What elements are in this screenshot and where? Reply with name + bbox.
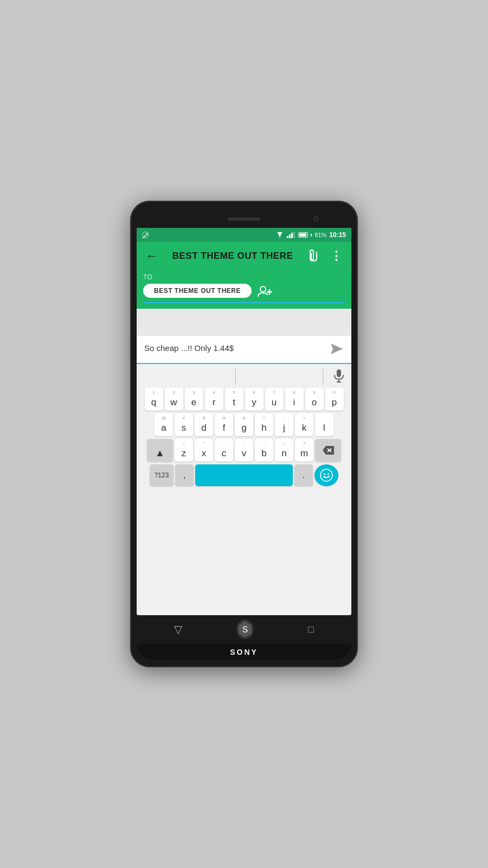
phone-top-bar [137, 210, 351, 228]
to-area: TO BEST THEME OUT THERE [137, 270, 351, 309]
add-contact-button[interactable] [257, 284, 272, 297]
num-sym-key[interactable]: ?123 [150, 464, 174, 486]
phone-screen: 81% 10:15 ← BEST THEME OUT THERE ⋮ TO BE… [137, 228, 351, 615]
svg-rect-2 [291, 233, 293, 238]
nav-bar: ▽ S □ [137, 615, 351, 643]
key-e[interactable]: 3e [185, 388, 203, 411]
to-underline [143, 302, 345, 303]
nav-recents-icon: □ [308, 624, 314, 635]
nav-back-icon: ▽ [174, 623, 182, 636]
key-y[interactable]: 6y [245, 388, 264, 411]
key-l[interactable]: -l [315, 413, 333, 436]
keyboard: 1q 2w 3e 4r 5t 6y 7u 8i 9o 0p @a #s $d %… [137, 364, 351, 615]
keyboard-row-1: 1q 2w 3e 4r 5t 6y 7u 8i 9o 0p [139, 388, 349, 411]
nav-home-button[interactable]: S [235, 620, 255, 639]
status-bar: 81% 10:15 [137, 228, 351, 242]
phone-device: 81% 10:15 ← BEST THEME OUT THERE ⋮ TO BE… [130, 201, 358, 667]
divider-left [235, 368, 236, 385]
svg-point-15 [324, 474, 325, 475]
keyboard-row-3: ▲ !z "x 'c :v ;b /n ?m [139, 439, 349, 462]
battery-percent: 81% [314, 232, 326, 238]
keyboard-row-2: @a #s $d %f &g *h -j +k -l [139, 413, 349, 436]
nav-recents-button[interactable]: □ [308, 624, 314, 635]
phone-speaker [228, 218, 260, 221]
svg-rect-3 [293, 232, 295, 238]
key-j[interactable]: -j [275, 413, 293, 436]
attachment-button[interactable] [305, 247, 322, 265]
app-bar: ← BEST THEME OUT THERE ⋮ [137, 242, 351, 270]
recipient-chip[interactable]: BEST THEME OUT THERE [143, 284, 252, 298]
period-key[interactable]: . [294, 464, 313, 486]
key-p[interactable]: 0p [325, 388, 344, 411]
signal-icon [287, 232, 296, 238]
send-button[interactable] [330, 342, 344, 359]
shift-key[interactable]: ▲ [147, 439, 173, 462]
space-key[interactable] [195, 464, 293, 486]
key-d[interactable]: $d [195, 413, 213, 436]
svg-point-4 [260, 286, 266, 292]
key-m[interactable]: ?m [295, 439, 313, 462]
svg-text:S: S [242, 625, 248, 634]
status-left [142, 232, 149, 238]
key-k[interactable]: +k [295, 413, 313, 436]
key-w[interactable]: 2w [165, 388, 183, 411]
app-bar-title: BEST THEME OUT THERE [166, 251, 299, 261]
battery-tip [311, 234, 312, 237]
more-options-button[interactable]: ⋮ [328, 247, 345, 265]
key-r[interactable]: 4r [205, 388, 223, 411]
emoji-key[interactable] [314, 464, 338, 486]
key-h[interactable]: *h [255, 413, 273, 436]
disabled-icon [142, 232, 149, 238]
svg-point-14 [320, 469, 332, 481]
key-x[interactable]: "x [195, 439, 213, 462]
key-o[interactable]: 9o [305, 388, 324, 411]
add-contact-icon [257, 284, 272, 297]
key-z[interactable]: !z [175, 439, 193, 462]
key-t[interactable]: 5t [225, 388, 243, 411]
key-q[interactable]: 1q [145, 388, 163, 411]
back-button[interactable]: ← [143, 247, 160, 265]
key-f[interactable]: %f [215, 413, 233, 436]
comma-key[interactable]: , [175, 464, 194, 486]
backspace-icon [322, 445, 335, 455]
battery-fill [299, 233, 306, 237]
key-s[interactable]: #s [175, 413, 193, 436]
key-u[interactable]: 7u [265, 388, 284, 411]
backspace-key[interactable] [315, 439, 341, 462]
svg-point-16 [328, 474, 329, 475]
paperclip-icon [307, 249, 319, 263]
phone-brand: SONY [137, 643, 351, 660]
mic-icon[interactable] [333, 368, 345, 384]
wifi-icon [275, 232, 284, 238]
key-b[interactable]: ;b [255, 439, 273, 462]
emoji-icon [320, 469, 333, 482]
to-row: BEST THEME OUT THERE [143, 284, 345, 298]
superman-icon: S [235, 618, 255, 640]
key-i[interactable]: 8i [285, 388, 304, 411]
svg-rect-1 [289, 234, 291, 238]
clock: 10:15 [329, 231, 346, 239]
status-right: 81% 10:15 [275, 231, 346, 239]
key-g[interactable]: &g [235, 413, 253, 436]
to-label: TO [143, 273, 345, 281]
keyboard-bottom-row: ?123 , . [139, 464, 349, 486]
key-a[interactable]: @a [155, 413, 173, 436]
svg-rect-9 [337, 369, 341, 377]
gray-spacer [137, 309, 351, 336]
kb-dividers [230, 368, 329, 385]
svg-rect-0 [287, 236, 288, 238]
send-icon [330, 342, 344, 355]
key-v[interactable]: :v [235, 439, 253, 462]
battery-icon [298, 232, 308, 238]
nav-back-button[interactable]: ▽ [174, 623, 182, 636]
message-input[interactable]: So cheap ...!! Only 1.44$ [144, 341, 325, 354]
keyboard-top-bar [139, 368, 349, 388]
key-n[interactable]: /n [275, 439, 293, 462]
divider-right [323, 368, 323, 385]
phone-camera [313, 216, 319, 222]
key-c[interactable]: 'c [215, 439, 233, 462]
message-area: So cheap ...!! Only 1.44$ [137, 336, 351, 364]
